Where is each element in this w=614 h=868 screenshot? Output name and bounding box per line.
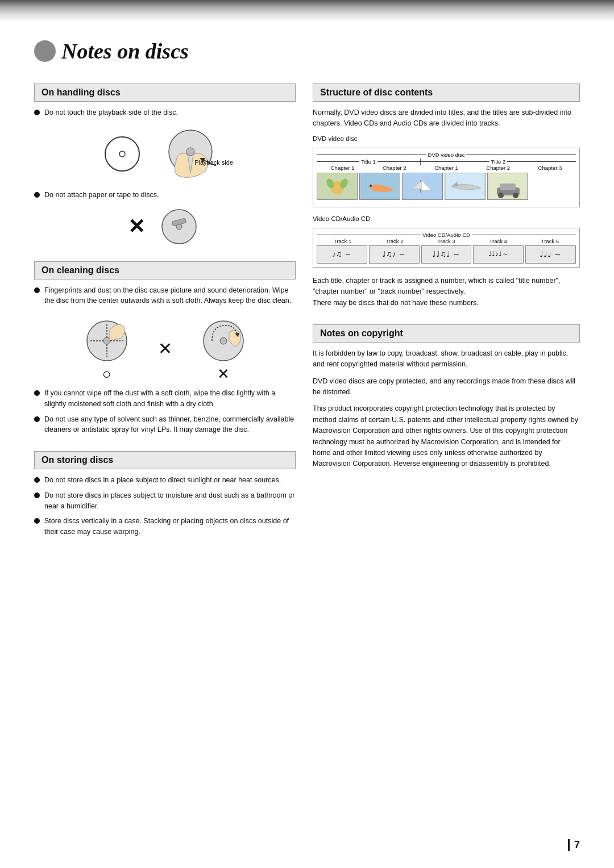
disc-contents-summary: Each title, chapter or track is assigned…	[313, 276, 580, 308]
copyright-section: Notes on copyright It is forbidden by la…	[313, 324, 580, 470]
title2-span: Title 2	[489, 158, 508, 165]
tracks-row: Track 1 Track 2 Track 3 Track 4 Track 5	[317, 238, 576, 244]
cross-icon: ✕	[128, 215, 145, 239]
chapter-3: Chapter 1	[420, 165, 472, 171]
handling-discs-header: On handling discs	[34, 84, 296, 102]
music-thumb-2: ♩♫♪ ～	[369, 245, 420, 264]
page-title-section: Notes on discs	[34, 39, 580, 64]
disc-thumb-3	[402, 173, 443, 200]
dvd-title2-label: Title 2	[421, 158, 576, 165]
svg-point-0	[105, 137, 139, 171]
handling-discs-section: On handling discs Do not touch the playb…	[34, 84, 296, 245]
vcd-label: Video CD/Audio CD	[313, 215, 580, 222]
vcd-diagram: Video CD/Audio CD Track 1 Track 2 Track …	[313, 228, 580, 268]
music-thumb-4: ♩♩♪♩～	[473, 245, 524, 264]
storing-bullet-1: Do not store discs in a place subject to…	[34, 475, 296, 486]
disc-contents-section: Structure of disc contents Normally, DVD…	[313, 84, 580, 308]
track-4-label: Track 4	[472, 238, 524, 244]
copyright-para2: DVD video discs are copy protected, and …	[313, 376, 580, 398]
cleaning-bullet-3: Do not use any type of solvent such as t…	[34, 414, 296, 436]
vcd-outer-line: Video CD/Audio CD	[317, 232, 576, 238]
disc-contents-intro: Normally, DVD video discs are divided in…	[313, 107, 580, 130]
title2-line: Title 2	[421, 158, 576, 165]
track-2-label: Track 2	[368, 238, 420, 244]
right-column: Structure of disc contents Normally, DVD…	[313, 84, 580, 553]
disc-thumb-2	[359, 173, 400, 200]
music-thumb-1: ♪♫ ～	[317, 245, 367, 264]
music-thumb-5: ♩♩♩ ～	[525, 245, 576, 264]
bullet-dot-8	[34, 518, 40, 524]
chapter-4: Chapter 2	[472, 165, 524, 171]
cleaning-discs-header: On cleaning discs	[34, 261, 296, 279]
good-cleaning-group: ○	[78, 315, 135, 381]
hand-disc-group: Playback side	[159, 126, 233, 182]
dvd-label: DVD video disc	[313, 135, 580, 142]
page-title: Notes on discs	[61, 39, 189, 64]
svg-point-22	[370, 185, 372, 187]
playback-side-label: Playback side	[194, 159, 233, 166]
bullet-dot-2	[34, 192, 40, 198]
handling-bullet-1: Do not touch the playback side of the di…	[34, 107, 296, 118]
dvd-outer-label: DVD video disc	[426, 152, 467, 158]
left-column: On handling discs Do not touch the playb…	[34, 84, 296, 553]
disc-circle-icon	[97, 128, 148, 180]
storing-bullet-3: Store discs vertically in a case. Stacki…	[34, 516, 296, 537]
cross-cleaning-icon: ✕	[158, 339, 172, 358]
cleaning-bullet-1: Fingerprints and dust on the disc cause …	[34, 285, 296, 307]
svg-point-16	[220, 337, 227, 344]
copyright-para3: This product incorporates copyright prot…	[313, 403, 580, 469]
hand-disc-icon	[159, 126, 233, 180]
title1-line: Title 1	[317, 158, 420, 165]
copyright-header: Notes on copyright	[313, 324, 580, 343]
track-1-label: Track 1	[317, 238, 368, 244]
music-thumbs: ♪♫ ～ ♩♫♪ ～ ♩♩♫♩ ～ ♩♩♪♩～ ♩♩♩ ～	[317, 245, 576, 264]
good-check-icon: ○	[102, 366, 111, 381]
no-paper-illustration: ✕	[34, 208, 296, 245]
svg-point-1	[119, 151, 125, 157]
disc-thumb-5	[487, 173, 528, 200]
dvd-outer-line: DVD video disc	[317, 152, 576, 158]
disc-thumbnails	[317, 173, 576, 200]
bullet-dot-5	[34, 416, 40, 422]
dvd-titles-row: Title 1 Title 2	[317, 158, 576, 165]
bad-cleaning-group: ✕	[195, 315, 252, 381]
good-cleaning-icon	[78, 315, 135, 366]
music-thumb-3: ♩♩♫♩ ～	[421, 245, 472, 264]
disc-thumb-4	[445, 173, 486, 200]
title1-span: Title 1	[359, 158, 377, 165]
track-3-label: Track 3	[420, 238, 472, 244]
bad-cleaning-icon	[195, 315, 252, 366]
chapter-5: Chapter 3	[524, 165, 576, 171]
bullet-dot-3	[34, 287, 40, 293]
chapter-1: Chapter 1	[317, 165, 368, 171]
bullet-dot	[34, 110, 40, 115]
bad-cross-icon: ✕	[217, 366, 230, 381]
storing-discs-header: On storing discs	[34, 451, 296, 469]
page-title-icon	[34, 40, 56, 62]
disc-contents-header: Structure of disc contents	[313, 84, 580, 102]
disc-summary-text: Each title, chapter or track is assigned…	[313, 277, 560, 307]
svg-point-33	[513, 193, 518, 198]
copyright-para1: It is forbidden by law to copy, broadcas…	[313, 348, 580, 370]
chapter-2: Chapter 2	[368, 165, 420, 171]
cleaning-discs-section: On cleaning discs Fingerprints and dust …	[34, 261, 296, 436]
storing-bullet-2: Do not store discs in places subject to …	[34, 490, 296, 512]
page-number: 7	[568, 839, 580, 851]
disc-thumb-1	[317, 173, 358, 200]
dvd-title1-label: Title 1	[317, 158, 421, 165]
handling-bullet-2: Do not attach paper or tape to discs.	[34, 190, 296, 201]
disc-with-tape-icon	[156, 208, 202, 245]
svg-rect-31	[500, 183, 516, 190]
bullet-dot-4	[34, 390, 40, 396]
bullet-dot-6	[34, 477, 40, 483]
track-5-label: Track 5	[524, 238, 576, 244]
handling-illustration: Playback side	[34, 126, 296, 182]
dvd-chapters-row: Chapter 1 Chapter 2 Chapter 1 Chapter 2 …	[317, 165, 576, 171]
dvd-diagram: DVD video disc Title 1	[313, 148, 580, 207]
vcd-outer-label: Video CD/Audio CD	[421, 232, 472, 238]
svg-point-10	[103, 337, 110, 344]
svg-point-32	[498, 193, 504, 198]
bullet-dot-7	[34, 493, 40, 498]
top-gradient-bar	[0, 0, 614, 22]
cleaning-illustration: ○ ✕	[34, 315, 296, 381]
